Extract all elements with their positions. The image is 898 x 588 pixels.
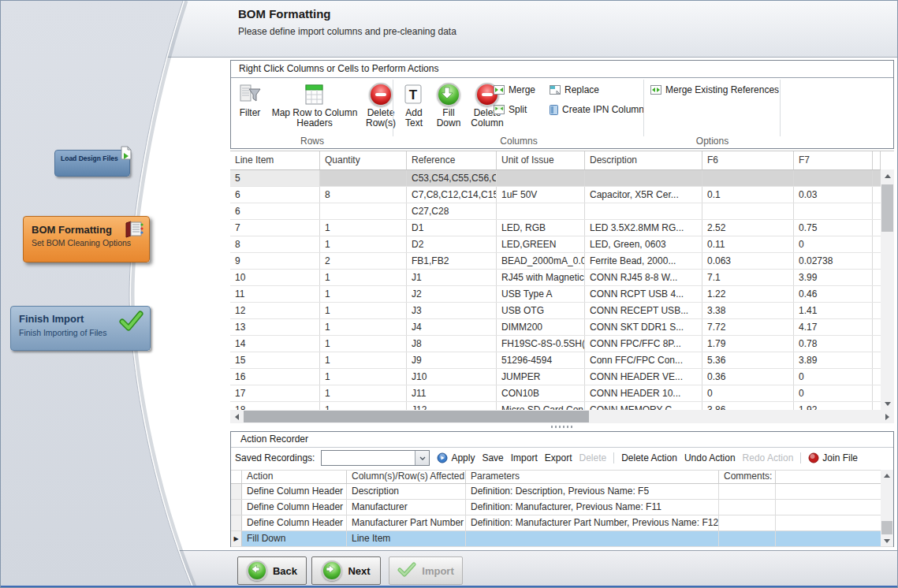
action-cell[interactable]: Define Column Header xyxy=(242,484,347,499)
action-cell[interactable]: Manufacturer xyxy=(347,500,466,515)
column-header[interactable]: Unit of Issue xyxy=(497,151,585,169)
table-row[interactable]: 101J1RJ45 with MagneticsCONN RJ45 8-8 W.… xyxy=(230,270,881,286)
table-row[interactable]: 81D2LED,GREENLED, Green, 06030.110 xyxy=(230,236,881,253)
table-cell[interactable]: 9 xyxy=(230,253,320,269)
panel-splitter[interactable] xyxy=(230,423,894,430)
split-button[interactable]: Split xyxy=(494,104,527,115)
action-cell[interactable] xyxy=(719,484,776,499)
save-button[interactable]: Save xyxy=(482,452,503,463)
table-cell[interactable]: CONN RJ45 8-8 W... xyxy=(585,270,702,285)
column-header[interactable]: Line Item xyxy=(230,151,320,169)
scroll-up-button[interactable] xyxy=(881,169,894,182)
table-cell[interactable]: 3.99 xyxy=(794,270,873,285)
filter-button[interactable]: Filter xyxy=(233,81,267,118)
table-cell[interactable]: J4 xyxy=(407,319,497,335)
table-row[interactable]: 131J4DIMM200CONN SKT DDR1 S...7.724.17 xyxy=(230,319,881,336)
table-cell[interactable]: 1 xyxy=(320,270,407,285)
table-cell[interactable] xyxy=(702,170,794,186)
fill-down-button[interactable]: Fill Down xyxy=(431,81,466,128)
row-header[interactable] xyxy=(231,484,242,499)
table-cell[interactable]: D1 xyxy=(407,220,497,236)
table-cell[interactable]: CONN RCPT USB 4... xyxy=(585,286,702,302)
table-cell[interactable]: J11 xyxy=(407,385,497,401)
table-cell[interactable]: 1 xyxy=(320,385,407,401)
table-cell[interactable]: C7,C8,C12,C14,C15,... xyxy=(407,187,497,203)
table-cell[interactable]: 1.79 xyxy=(702,336,794,352)
table-cell[interactable]: 12 xyxy=(230,303,320,318)
table-cell[interactable]: 7.72 xyxy=(702,319,794,335)
table-cell[interactable]: 7.1 xyxy=(702,270,794,285)
table-cell[interactable]: J1 xyxy=(407,270,497,285)
table-cell[interactable]: LED, RGB xyxy=(497,220,585,236)
scroll-thumb[interactable] xyxy=(881,521,892,534)
action-cell[interactable]: Definition: Manufacturer Part Number, Pr… xyxy=(466,515,719,530)
table-cell[interactable]: FH19SC-8S-0.5SH(... xyxy=(497,336,585,352)
table-row[interactable]: 121J3USB OTGCONN RECEPT USB...3.381.41 xyxy=(230,303,881,319)
table-cell[interactable]: 1 xyxy=(320,369,407,385)
action-cell[interactable]: Define Column Header xyxy=(242,500,347,515)
table-row[interactable]: 71D1LED, RGBLED 3.5X2.8MM RG...2.520.75 xyxy=(230,220,881,236)
table-cell[interactable] xyxy=(497,203,585,219)
column-header[interactable]: Parameters xyxy=(466,471,719,483)
table-row[interactable]: 92FB1,FB2BEAD_2000mA_0.0...Ferrite Bead,… xyxy=(230,253,881,270)
table-cell[interactable]: J8 xyxy=(407,336,497,352)
table-cell[interactable]: 0 xyxy=(702,385,794,401)
table-row[interactable]: 111J2USB Type ACONN RCPT USB 4...1.220.4… xyxy=(230,286,881,303)
column-header[interactable]: F6 xyxy=(702,151,794,169)
table-cell[interactable] xyxy=(497,170,585,186)
table-cell[interactable]: 51296-4594 xyxy=(497,352,585,368)
column-header[interactable]: Column(s)/Row(s) Affected xyxy=(347,471,466,483)
action-cell[interactable] xyxy=(776,484,881,499)
action-cell[interactable] xyxy=(776,531,881,546)
column-header[interactable]: Reference xyxy=(407,151,497,169)
wizard-step-finish-import[interactable]: Finish Import Finish Importing of Files xyxy=(10,306,151,351)
table-cell[interactable]: J2 xyxy=(407,286,497,302)
action-cell[interactable]: Manufacturer Part Number xyxy=(347,515,466,530)
table-cell[interactable]: Capacitor, X5R Cer... xyxy=(585,187,702,203)
wizard-step-load-design-files[interactable]: Load Design Files xyxy=(54,150,130,177)
scroll-down-button[interactable] xyxy=(881,535,893,546)
table-cell[interactable]: 1 xyxy=(320,220,407,236)
table-cell[interactable]: 16 xyxy=(230,369,320,385)
table-row[interactable]: 151J951296-4594Conn FFC/FPC Con...5.363.… xyxy=(230,352,881,369)
scroll-right-button[interactable] xyxy=(881,410,894,423)
table-cell[interactable]: 0.78 xyxy=(794,336,873,352)
table-cell[interactable]: C27,C28 xyxy=(407,203,497,219)
action-cell[interactable]: Description xyxy=(347,484,466,499)
table-cell[interactable]: CONN SKT DDR1 S... xyxy=(585,319,702,335)
table-cell[interactable]: 1 xyxy=(320,352,407,368)
table-cell[interactable] xyxy=(320,170,407,186)
table-cell[interactable]: 17 xyxy=(230,385,320,401)
create-ipn-column-button[interactable]: Create IPN Column xyxy=(550,104,644,115)
table-cell[interactable]: 0.75 xyxy=(794,220,873,236)
table-cell[interactable]: 8 xyxy=(230,236,320,252)
table-cell[interactable]: 3.89 xyxy=(794,352,873,368)
chevron-down-icon[interactable] xyxy=(415,451,429,465)
table-cell[interactable]: LED, Green, 0603 xyxy=(585,236,702,252)
action-cell[interactable]: Line Item xyxy=(347,531,466,546)
table-cell[interactable]: 1.22 xyxy=(702,286,794,302)
column-header[interactable]: Comments: xyxy=(719,471,776,483)
table-cell[interactable]: FB1,FB2 xyxy=(407,253,497,269)
table-row[interactable]: 161J10JUMPERCONN HEADER VE...0.360 xyxy=(230,369,881,385)
column-header[interactable]: Quantity xyxy=(320,151,407,169)
next-button[interactable]: Next xyxy=(311,556,381,585)
table-cell[interactable]: RJ45 with Magnetics xyxy=(497,270,585,285)
table-cell[interactable]: J3 xyxy=(407,303,497,318)
table-cell[interactable]: 1 xyxy=(320,286,407,302)
table-cell[interactable]: CONN HEADER 10... xyxy=(585,385,702,401)
current-row-indicator-icon[interactable]: ▶ xyxy=(231,531,242,546)
row-header[interactable] xyxy=(231,500,242,515)
action-cell[interactable] xyxy=(776,500,881,515)
map-row-to-column-headers-button[interactable]: Map Row to Column Headers xyxy=(269,81,360,128)
column-header[interactable]: Action xyxy=(242,471,347,483)
table-cell[interactable]: USB OTG xyxy=(497,303,585,318)
table-cell[interactable]: Conn FFC/FPC Con... xyxy=(585,352,702,368)
action-cell[interactable]: Definition: Description, Previous Name: … xyxy=(466,484,719,499)
table-cell[interactable]: JUMPER xyxy=(497,369,585,385)
table-cell[interactable]: 0.03 xyxy=(794,187,873,203)
table-row[interactable]: 6C27,C28 xyxy=(230,203,881,220)
scroll-left-button[interactable] xyxy=(230,410,244,423)
table-row[interactable]: 171J11CON10BCONN HEADER 10...00 xyxy=(230,385,881,402)
table-cell[interactable] xyxy=(320,203,407,219)
